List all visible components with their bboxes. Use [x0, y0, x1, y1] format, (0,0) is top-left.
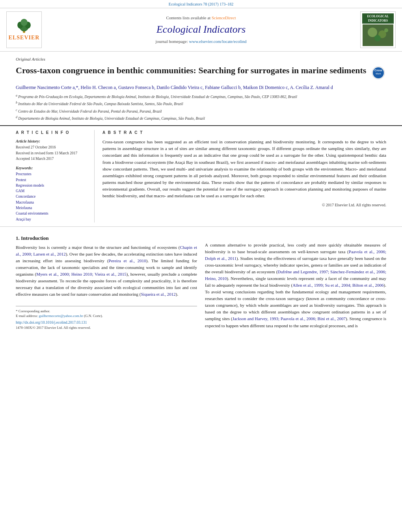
authors: Guilherme Nascimento Corte a,*, Helio H.… [16, 84, 386, 91]
keyword-8: Araçá bay [16, 217, 86, 222]
elsevier-label: ELSEVIER [9, 34, 40, 42]
homepage-url[interactable]: www.elsevier.com/locate/ecolind [189, 39, 247, 44]
article-info-header: A R T I C L E I N F O [16, 130, 86, 135]
keyword-6: Meiofauna [16, 206, 86, 211]
affiliation-c: c Centro de Estudos do Mar, Universidade… [16, 108, 386, 114]
abstract-text: Cross-taxon congruence has been suggeste… [102, 139, 386, 199]
article-info-column: A R T I C L E I N F O Article history: R… [16, 130, 95, 222]
journal-badge: ECOLOGICAL INDICATORS [360, 11, 396, 48]
doi-link[interactable]: http://dx.doi.org/10.1016/j.ecolind.2017… [16, 320, 197, 325]
keyword-1: Protest [16, 178, 86, 183]
page: Ecological Indicators 78 (2017) 173–182 … [0, 0, 402, 532]
article-header: Original Articles Cross-taxon congruence… [0, 52, 402, 126]
svg-point-4 [20, 19, 28, 26]
article-type: Original Articles [16, 56, 386, 62]
abstract-header: A B S T R A C T [102, 130, 386, 135]
keywords-section: Keywords: Procrustes Protest Regression … [16, 165, 86, 222]
journal-header: ELSEVIER Contents lists available at Sci… [0, 8, 402, 52]
journal-cover-image [363, 24, 393, 46]
history-label: Article history: [16, 139, 86, 144]
affiliation-d: d Departamento de Biologia Animal, Insti… [16, 115, 386, 121]
article-history: Article history: Received 27 October 201… [16, 139, 86, 161]
keyword-7: Coastal environments [16, 211, 86, 216]
section-number: 1. [16, 235, 20, 241]
keyword-4: Concordance [16, 194, 86, 199]
svg-text:Mark: Mark [376, 72, 381, 75]
corresponding-label: * Corresponding author. [16, 309, 50, 313]
copyright: © 2017 Elsevier Ltd. All rights reserved… [102, 202, 386, 208]
journal-citation-text: Ecological Indicators 78 (2017) 173–182 [169, 2, 233, 6]
article-title: Cross-taxon congruence in benthic commun… [16, 65, 367, 76]
svg-point-9 [384, 28, 388, 32]
authors-text: Guilherme Nascimento Corte a,*, Helio H.… [16, 85, 333, 90]
keyword-2: Regression models [16, 183, 86, 188]
accepted-date: Accepted 14 March 2017 [16, 156, 86, 161]
svg-point-6 [368, 28, 377, 37]
article-title-row: Cross-taxon congruence in benthic commun… [16, 65, 386, 81]
corresponding-author-note: * Corresponding author. [16, 309, 197, 314]
affiliation-b: b Instituto do Mar da Universidade Feder… [16, 100, 386, 107]
affiliations: a Programa de Pós-Graduação em Ecologia,… [16, 93, 386, 122]
keyword-5: Macrofauna [16, 200, 86, 205]
svg-point-8 [374, 35, 381, 41]
received-date: Received 27 October 2016 [16, 145, 86, 150]
keyword-3: GAM [16, 189, 86, 194]
body-left-col: 1. Introduction Biodiversity loss is cur… [16, 231, 197, 332]
homepage-line: journal homepage: www.elsevier.com/locat… [156, 39, 247, 44]
ecological-badge: ECOLOGICAL INDICATORS [362, 13, 394, 24]
footnote-section: * Corresponding author. E-mail address: … [16, 306, 197, 330]
journal-citation: Ecological Indicators 78 (2017) 173–182 [0, 0, 402, 8]
keywords-label: Keywords: [16, 165, 86, 171]
journal-center: Contents lists available at ScienceDirec… [45, 11, 357, 48]
license-text: 1470-160X/© 2017 Elsevier Ltd. All right… [16, 325, 197, 330]
introduction-title: 1. Introduction [16, 235, 197, 242]
crossmark-icon: Cross Mark [371, 66, 385, 80]
email-link[interactable]: guilhermecorte@yahoo.com.br [39, 314, 83, 318]
intro-paragraph-2: A common alternative to provide practica… [205, 242, 386, 329]
elsevier-logo: ELSEVIER [6, 11, 42, 48]
revised-date: Received in revised form 13 March 2017 [16, 151, 86, 156]
abstract-column: A B S T R A C T Cross-taxon congruence h… [95, 130, 386, 222]
body-right-col: A common alternative to provide practica… [205, 231, 386, 332]
elsevier-tree-icon [14, 18, 34, 34]
science-direct-line: Contents lists available at ScienceDirec… [166, 15, 236, 21]
email-line: E-mail address: guilhermecorte@yahoo.com… [16, 313, 197, 319]
keyword-0: Procrustes [16, 172, 86, 177]
journal-name: Ecological Indicators [156, 22, 246, 37]
crossmark-badge[interactable]: Cross Mark [370, 65, 386, 81]
affiliation-a: a Programa de Pós-Graduação em Ecologia,… [16, 93, 386, 100]
svg-text:Cross: Cross [374, 69, 382, 72]
section-title-text: Introduction [21, 235, 49, 241]
main-content: 1. Introduction Biodiversity loss is cur… [0, 227, 402, 336]
science-direct-link[interactable]: ScienceDirect [212, 15, 236, 20]
article-info-abstract-section: A R T I C L E I N F O Article history: R… [0, 126, 402, 227]
cover-art-icon [363, 24, 393, 46]
homepage-prefix: journal homepage: [156, 39, 189, 44]
email-label: E-mail address: [16, 314, 39, 318]
intro-paragraph-1: Biodiversity loss is currently a major t… [16, 244, 197, 298]
introduction-two-col: 1. Introduction Biodiversity loss is cur… [16, 231, 386, 332]
science-direct-prefix: Contents lists available at [166, 15, 211, 20]
email-suffix: (G.N. Corte). [83, 314, 103, 318]
doi-anchor[interactable]: http://dx.doi.org/10.1016/j.ecolind.2017… [16, 321, 87, 324]
